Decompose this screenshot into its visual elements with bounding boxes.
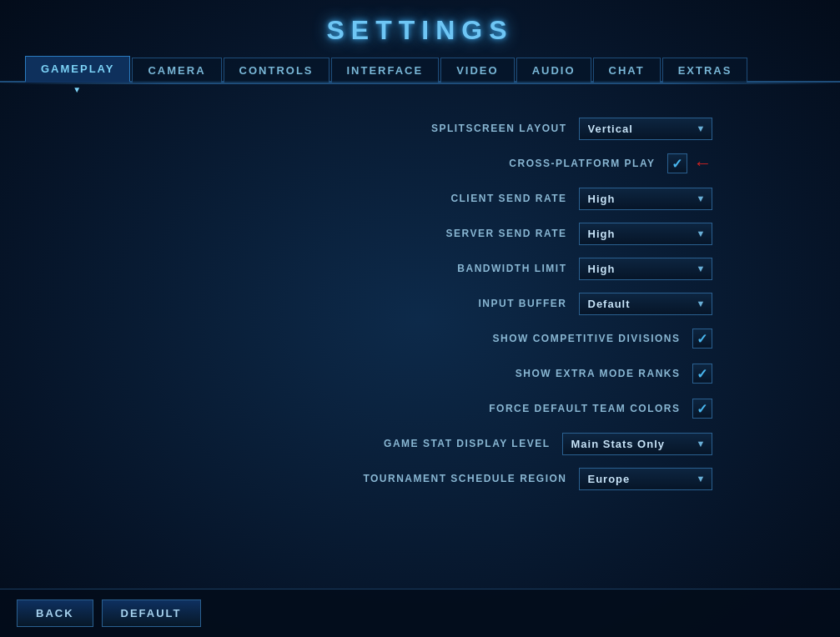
server-send-rate-label: SERVER SEND RATE bbox=[446, 228, 567, 239]
input-buffer-dropdown-wrapper[interactable]: Default High Low bbox=[579, 293, 712, 315]
splitscreen-layout-dropdown[interactable]: Vertical Horizontal bbox=[579, 118, 712, 140]
client-send-rate-row: CLIENT SEND RATE High Medium Low bbox=[128, 184, 712, 213]
client-send-rate-label: CLIENT SEND RATE bbox=[450, 193, 566, 204]
footer: BACK DEFAULT bbox=[0, 589, 840, 637]
show-extra-mode-ranks-checkbox[interactable] bbox=[692, 364, 712, 384]
cross-platform-play-label: CROSS-PLATFORM PLAY bbox=[509, 158, 655, 169]
show-competitive-divisions-label: SHOW COMPETITIVE DIVISIONS bbox=[492, 333, 680, 344]
default-button[interactable]: DEFAULT bbox=[102, 599, 201, 627]
tournament-schedule-region-dropdown[interactable]: Europe North America Asia Oceania bbox=[579, 468, 712, 490]
tournament-schedule-region-row: TOURNAMENT SCHEDULE REGION Europe North … bbox=[128, 464, 712, 493]
server-send-rate-dropdown[interactable]: High Medium Low bbox=[579, 223, 712, 245]
content-area: SPLITSCREEN LAYOUT Vertical Horizontal C… bbox=[0, 89, 840, 516]
input-buffer-dropdown[interactable]: Default High Low bbox=[579, 293, 712, 315]
tab-gameplay[interactable]: GAMEPLAY bbox=[25, 56, 130, 83]
splitscreen-layout-label: SPLITSCREEN LAYOUT bbox=[431, 123, 567, 134]
game-stat-display-level-label: GAME STAT DISPLAY LEVEL bbox=[384, 438, 550, 449]
tab-interface[interactable]: INTERFACE bbox=[331, 58, 440, 83]
bandwidth-limit-dropdown-wrapper[interactable]: High Medium Low bbox=[579, 258, 712, 280]
tab-camera[interactable]: CAMERA bbox=[132, 58, 221, 83]
server-send-rate-dropdown-wrapper[interactable]: High Medium Low bbox=[579, 223, 712, 245]
bandwidth-limit-label: BANDWIDTH LIMIT bbox=[457, 263, 566, 274]
splitscreen-layout-row: SPLITSCREEN LAYOUT Vertical Horizontal bbox=[128, 114, 712, 143]
splitscreen-layout-dropdown-wrapper[interactable]: Vertical Horizontal bbox=[579, 118, 712, 140]
force-default-team-colors-checkbox[interactable] bbox=[692, 399, 712, 419]
tab-divider bbox=[0, 83, 840, 84]
show-extra-mode-ranks-label: SHOW EXTRA MODE RANKS bbox=[516, 368, 681, 379]
show-competitive-divisions-row: SHOW COMPETITIVE DIVISIONS bbox=[128, 324, 712, 353]
game-stat-display-level-dropdown[interactable]: Main Stats Only All Stats None bbox=[562, 433, 712, 455]
tab-controls[interactable]: CONTROLS bbox=[224, 58, 329, 83]
bandwidth-limit-dropdown[interactable]: High Medium Low bbox=[579, 258, 712, 280]
client-send-rate-dropdown-wrapper[interactable]: High Medium Low bbox=[579, 188, 712, 210]
tournament-schedule-region-label: TOURNAMENT SCHEDULE REGION bbox=[363, 473, 566, 484]
force-default-team-colors-row: FORCE DEFAULT TEAM COLORS bbox=[128, 394, 712, 423]
tab-audio[interactable]: AUDIO bbox=[516, 58, 591, 83]
tournament-schedule-region-dropdown-wrapper[interactable]: Europe North America Asia Oceania bbox=[579, 468, 712, 490]
settings-container: SPLITSCREEN LAYOUT Vertical Horizontal C… bbox=[128, 114, 712, 499]
server-send-rate-row: SERVER SEND RATE High Medium Low bbox=[128, 219, 712, 248]
game-stat-display-level-row: GAME STAT DISPLAY LEVEL Main Stats Only … bbox=[128, 429, 712, 458]
cross-platform-play-row: CROSS-PLATFORM PLAY ← bbox=[128, 149, 712, 178]
tab-chat[interactable]: CHAT bbox=[593, 58, 661, 83]
tab-extras[interactable]: EXTRAS bbox=[662, 58, 748, 83]
cross-platform-play-checkbox[interactable] bbox=[667, 153, 687, 173]
arrow-annotation: ← bbox=[694, 154, 712, 173]
show-extra-mode-ranks-row: SHOW EXTRA MODE RANKS bbox=[128, 359, 712, 388]
bandwidth-limit-row: BANDWIDTH LIMIT High Medium Low bbox=[128, 254, 712, 283]
tab-video[interactable]: VIDEO bbox=[440, 58, 514, 83]
show-competitive-divisions-checkbox[interactable] bbox=[692, 329, 712, 349]
input-buffer-label: INPUT BUFFER bbox=[479, 298, 567, 309]
tab-bar: GAMEPLAY CAMERA CONTROLS INTERFACE VIDEO… bbox=[0, 54, 840, 83]
client-send-rate-dropdown[interactable]: High Medium Low bbox=[579, 188, 712, 210]
input-buffer-row: INPUT BUFFER Default High Low bbox=[128, 289, 712, 318]
page-title: SETTINGS bbox=[0, 0, 840, 54]
game-stat-display-level-dropdown-wrapper[interactable]: Main Stats Only All Stats None bbox=[562, 433, 712, 455]
force-default-team-colors-label: FORCE DEFAULT TEAM COLORS bbox=[489, 403, 680, 414]
back-button[interactable]: BACK bbox=[17, 599, 93, 627]
